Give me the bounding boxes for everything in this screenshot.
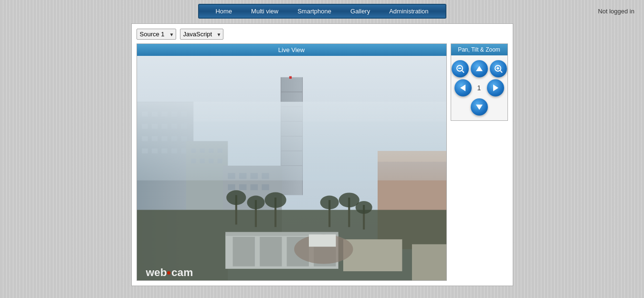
tilt-up-button[interactable] [471, 60, 488, 77]
ptz-controls: 1 [451, 55, 507, 120]
down-arrow-icon [475, 103, 484, 111]
svg-rect-75 [309, 234, 336, 247]
svg-text:cam: cam [171, 266, 193, 278]
svg-point-59 [264, 192, 286, 208]
tilt-down-button[interactable] [471, 98, 488, 116]
svg-point-65 [355, 201, 372, 214]
svg-rect-72 [343, 239, 402, 271]
svg-rect-50 [262, 184, 269, 190]
camera-scene: web ● cam [137, 56, 446, 280]
left-arrow-icon [459, 84, 467, 92]
zoom-in-icon [494, 64, 503, 73]
live-view-panel: Live View [137, 43, 447, 281]
auth-status: Not logged in [598, 8, 634, 15]
svg-point-55 [226, 190, 246, 205]
svg-point-61 [320, 196, 338, 210]
zoom-out-button[interactable] [452, 60, 469, 77]
zoom-out-icon [456, 64, 465, 73]
svg-marker-90 [476, 105, 483, 110]
ptz-middle-row: 1 [454, 79, 504, 96]
source-select[interactable]: Source 1 Source 2 Source 3 [137, 29, 176, 40]
source-select-wrapper: Source 1 Source 2 Source 3 ▼ [137, 29, 176, 40]
pan-left-button[interactable] [454, 79, 472, 96]
nav-home[interactable]: Home [206, 5, 242, 18]
svg-line-82 [462, 71, 464, 73]
city-svg: web ● cam [137, 56, 446, 280]
up-arrow-icon [475, 64, 484, 73]
main-container: Source 1 Source 2 Source 3 ▼ JavaScript … [131, 23, 513, 286]
view-select-wrapper: JavaScript Flash HTML5 ▼ [180, 29, 223, 40]
nav-smartphone[interactable]: Smartphone [288, 5, 341, 18]
nav-gallery[interactable]: Gallery [341, 5, 380, 18]
ptz-bottom-row [471, 98, 488, 116]
svg-rect-69 [260, 237, 282, 266]
svg-line-87 [500, 71, 502, 73]
svg-rect-68 [232, 237, 254, 266]
ptz-title: Pan, Tilt & Zoom [458, 46, 500, 53]
pan-right-button[interactable] [487, 79, 504, 96]
svg-rect-49 [250, 184, 257, 190]
svg-rect-48 [239, 184, 246, 190]
ptz-header: Pan, Tilt & Zoom [451, 44, 507, 55]
live-view-title: Live View [278, 46, 305, 53]
svg-marker-83 [476, 66, 483, 71]
live-view-image: web ● cam [137, 56, 446, 280]
ptz-value: 1 [474, 84, 485, 92]
nav-multi-view[interactable]: Multi view [242, 5, 288, 18]
zoom-in-button[interactable] [490, 60, 507, 77]
navigation-bar: Home Multi view Smartphone Gallery Admin… [198, 4, 446, 19]
svg-text:web: web [145, 266, 167, 278]
svg-rect-41 [289, 76, 291, 79]
ptz-panel: Pan, Tilt & Zoom [451, 43, 508, 121]
svg-text:●: ● [166, 268, 171, 277]
view-select[interactable]: JavaScript Flash HTML5 [180, 29, 223, 40]
right-arrow-icon [491, 84, 500, 92]
ptz-top-row [452, 60, 507, 77]
svg-rect-76 [137, 102, 446, 181]
svg-rect-47 [228, 184, 235, 190]
svg-point-57 [247, 196, 264, 210]
live-view-section: Live View [137, 43, 508, 281]
svg-rect-73 [412, 244, 446, 280]
svg-marker-88 [460, 85, 465, 91]
svg-marker-89 [493, 85, 498, 91]
nav-administration[interactable]: Administration [380, 5, 438, 18]
controls-row: Source 1 Source 2 Source 3 ▼ JavaScript … [137, 29, 508, 40]
live-view-header: Live View [137, 44, 446, 56]
